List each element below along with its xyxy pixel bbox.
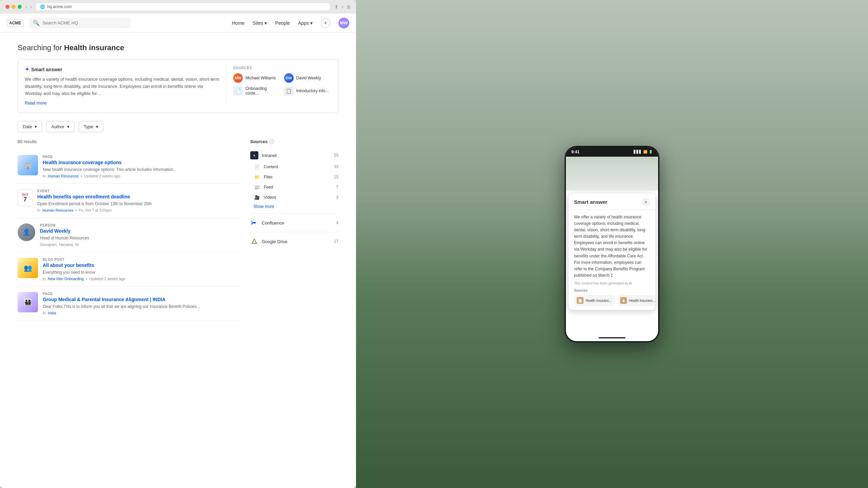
source-sub-label: Feed	[264, 185, 333, 190]
phone-source-chip[interactable]: 📋 Health Insuranc...	[617, 295, 655, 306]
result-location-link[interactable]: India	[48, 311, 56, 315]
results-count: 80 results	[18, 139, 239, 144]
phone-smart-answer-modal: Smart answer × We offer a variety of hea…	[569, 193, 655, 310]
read-more-link[interactable]: Read more	[25, 100, 46, 105]
source-label: Intranet	[262, 153, 331, 158]
phone-home-indicator	[566, 334, 658, 341]
result-location-link[interactable]: Human Resources	[48, 174, 79, 178]
file-icon: 📁	[254, 174, 260, 180]
address-bar[interactable]: 🌐 hq.acme.com	[36, 3, 330, 11]
nav-home[interactable]: Home	[232, 20, 244, 26]
sidebar-item-confluence[interactable]: Confluence 4	[250, 216, 338, 229]
info-icon[interactable]: i	[270, 139, 274, 144]
search-input[interactable]	[42, 20, 126, 25]
source-count: 59	[334, 153, 338, 158]
home-bar[interactable]	[598, 337, 626, 338]
source-item[interactable]: 📄 Onboarding conte...	[233, 86, 281, 96]
sidebar-item-feed[interactable]: 📰 Feed 7	[250, 182, 338, 192]
result-date: Updated 2 weeks ago	[84, 174, 120, 178]
smart-answer-box: ✦ Smart answer We offer a variety of hea…	[18, 59, 338, 113]
forward-button[interactable]: ›	[30, 4, 32, 9]
phone-modal-text: We offer a variety of health insurance c…	[574, 214, 650, 279]
result-title[interactable]: David Weekly	[40, 228, 239, 234]
source-avatar-dw: DW	[284, 73, 294, 83]
chevron-down-icon: ▾	[67, 124, 70, 129]
browser-titlebar: ‹ › 🌐 hq.acme.com ⬆ + ⊞	[0, 0, 356, 14]
source-sub-count: 7	[336, 185, 338, 190]
smart-answer-title: ✦ Smart answer	[25, 66, 219, 73]
source-doc-icon: 📋	[284, 86, 294, 96]
back-button[interactable]: ‹	[26, 4, 27, 9]
result-title[interactable]: Group Medical & Parental Insurance Align…	[43, 297, 239, 302]
grid-icon[interactable]: ⊞	[347, 4, 351, 9]
result-snippet: New health insurance coverage options: T…	[43, 167, 239, 173]
search-icon: 🔍	[33, 20, 40, 26]
result-content: PAGE Health insurance coverage options N…	[43, 155, 239, 178]
result-title[interactable]: Health insurance coverage options	[43, 160, 239, 165]
add-tab-icon[interactable]: +	[341, 4, 344, 9]
result-snippet: Head of Human Resources	[40, 235, 239, 241]
nav-people[interactable]: People	[275, 20, 290, 26]
result-type: PERSON	[40, 223, 239, 227]
sidebar-item-google-drive[interactable]: Google Drive 17	[250, 235, 338, 248]
filter-type[interactable]: Type ▾	[79, 121, 103, 132]
sidebar-item-videos[interactable]: 🎥 Videos 3	[250, 192, 338, 202]
sources-label: SOURCES	[233, 66, 331, 70]
share-icon[interactable]: ⬆	[334, 4, 338, 9]
result-meta: In India	[43, 311, 239, 315]
source-chip-icon: 📄	[577, 297, 584, 304]
phone-sources-label: Sources	[574, 289, 650, 292]
source-chip-text: Health insuranc...	[586, 299, 612, 302]
result-content: BLOG POST All about your benefits Everyt…	[43, 258, 239, 281]
avatar[interactable]: MW	[338, 18, 349, 28]
search-heading: Searching for Health insurance	[18, 43, 338, 52]
sidebar-item-content[interactable]: 📄 Content 33	[250, 162, 338, 172]
source-item[interactable]: MW Michael Williams	[233, 73, 281, 83]
sidebar-item-files[interactable]: 📁 Files 15	[250, 172, 338, 182]
filter-author[interactable]: Author ▾	[46, 121, 74, 132]
nav-sites[interactable]: Sites ▾	[253, 20, 267, 26]
source-name: Onboarding conte...	[245, 86, 281, 96]
main-content: Searching for Health insurance ✦ Smart a…	[0, 33, 356, 488]
source-item[interactable]: 📋 Introductory info...	[284, 86, 332, 96]
result-thumbnail: 🏢	[18, 155, 38, 175]
favicon-icon: 🌐	[40, 4, 45, 9]
result-location-link[interactable]: New Hire Onboarding	[48, 277, 84, 281]
source-divider	[250, 213, 338, 214]
source-avatar-mw: MW	[233, 73, 243, 83]
result-title[interactable]: All about your benefits	[43, 262, 239, 268]
thumbnail-image: 🏢	[18, 155, 38, 175]
heading-prefix: Searching for	[18, 43, 62, 52]
phone-modal-body: We offer a variety of health insurance c…	[569, 210, 655, 310]
result-type: PAGE	[43, 292, 239, 296]
filter-date[interactable]: Date ▾	[18, 121, 42, 132]
results-list: 80 results 🏢 PAGE Health insurance cover…	[18, 139, 239, 321]
close-button[interactable]	[5, 5, 9, 9]
result-meta: In New Hire Onboarding • Updated 2 weeks…	[43, 277, 239, 281]
result-location-link[interactable]: Human Resources	[42, 208, 73, 212]
result-content: PAGE Group Medical & Parental Insurance …	[43, 292, 239, 315]
browser-window: ‹ › 🌐 hq.acme.com ⬆ + ⊞ ACME 🔍 Home	[0, 0, 356, 488]
browser-nav: ‹ ›	[26, 4, 32, 9]
phone-modal-close-button[interactable]: ×	[642, 198, 650, 206]
avatar-image: 👤	[18, 223, 35, 241]
nav-apps[interactable]: Apps ▾	[298, 20, 313, 26]
search-bar-container[interactable]: 🔍	[29, 18, 131, 28]
search-query: Health insurance	[64, 43, 124, 52]
smart-answer-left: ✦ Smart answer We offer a variety of hea…	[25, 66, 219, 106]
show-more-link[interactable]: Show more	[250, 202, 338, 211]
create-button[interactable]: +	[321, 18, 330, 28]
phone-ai-note: This content has been generated by AI	[574, 281, 650, 285]
result-snippet: Open Enrollment period is from October 1…	[37, 201, 239, 207]
list-item: OCT 7 EVENT Health benefits open enrollm…	[18, 184, 239, 218]
confluence-icon	[250, 219, 258, 227]
sidebar-item-intranet[interactable]: A Intranet 59	[250, 149, 338, 162]
phone-source-chip[interactable]: 📄 Health insuranc...	[574, 295, 615, 306]
minimize-button[interactable]	[12, 5, 16, 9]
source-item[interactable]: DW David Weekly	[284, 73, 332, 83]
chevron-down-icon: ▾	[310, 20, 313, 26]
result-title[interactable]: Health benefits open enrollment deadline	[37, 194, 239, 199]
traffic-lights	[5, 5, 22, 9]
fullscreen-button[interactable]	[18, 5, 22, 9]
phone-mockup: 9:41 ▋▋▋ 📶 🔋 Smart answer ×	[565, 146, 659, 343]
